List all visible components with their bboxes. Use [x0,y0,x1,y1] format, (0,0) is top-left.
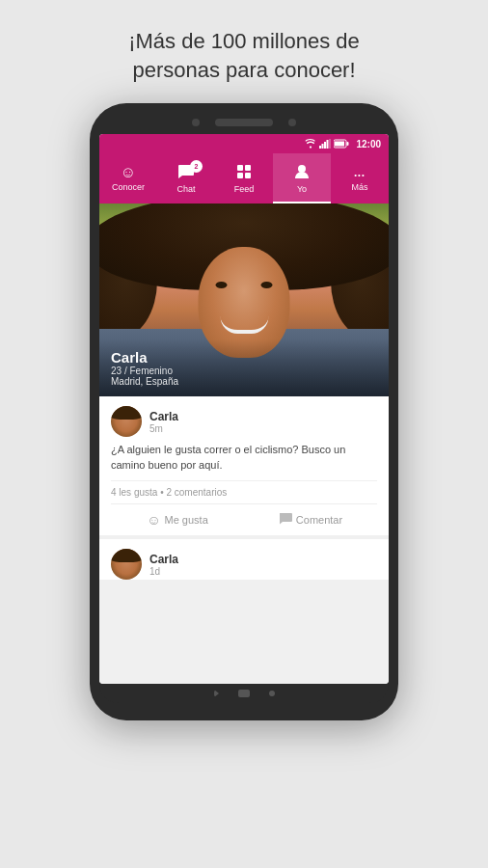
svg-rect-11 [245,173,251,178]
svg-rect-2 [324,142,326,149]
tagline-line1: ¡Más de 100 millones de [128,29,360,53]
phone-device: 12:00 Conocer 2 Chat [90,103,398,720]
post-card-1: Carla 5m ¿A alguien le gusta correr o el… [99,396,389,535]
feed-icon [236,164,252,182]
avatar-hair-2 [111,549,142,562]
camera-dot-2 [288,119,296,126]
profile-name: Carla [111,349,377,366]
comment-icon-1 [279,512,292,528]
battery-icon [334,139,349,149]
svg-rect-10 [237,173,243,178]
yo-icon [294,164,310,182]
tagline: ¡Más de 100 millones de personas para co… [90,0,398,103]
speaker-grill [215,119,273,126]
post-author-info-2: Carla 1d [149,553,178,577]
svg-rect-7 [347,142,349,146]
eye-right [261,282,273,288]
chat-badge: 2 [190,160,203,173]
post-author-info-1: Carla 5m [149,410,178,434]
eye-left [216,282,228,288]
tab-mas[interactable]: Más [331,153,389,203]
tagline-line2: personas para conocer! [132,58,355,82]
tab-conocer-label: Conocer [112,182,145,192]
post-author-name-2: Carla [149,553,178,566]
svg-rect-0 [319,146,321,149]
like-label-1: Me gusta [165,514,208,526]
home-button[interactable] [238,690,250,697]
tab-mas-label: Más [351,182,367,192]
post-stats-1: 4 les gusta • 2 comentarios [111,480,377,503]
svg-rect-6 [335,142,344,147]
comment-label-1: Comentar [296,514,342,526]
nav-tabs: Conocer 2 Chat [99,153,389,203]
post-actions-1: ☺ Me gusta Comentar [111,503,377,535]
phone-bottom-bar [99,684,389,703]
conocer-icon [121,165,136,180]
svg-rect-9 [245,165,251,171]
smile [220,316,268,334]
avatar-hair-1 [111,406,142,420]
svg-rect-4 [329,139,331,149]
status-time: 12:00 [356,139,381,149]
mas-icon [354,165,365,180]
camera-dot [192,119,200,126]
tab-conocer[interactable]: Conocer [99,153,157,203]
post-avatar-2 [111,549,142,580]
back-button[interactable] [214,690,219,697]
like-button-1[interactable]: ☺ Me gusta [111,504,244,535]
svg-rect-3 [327,140,329,149]
status-icons: 12:00 [305,139,381,149]
post-author-name-1: Carla [149,410,178,423]
post-header-2: Carla 1d [111,549,377,580]
post-text-1: ¿A alguien le gusta correr o el ciclismo… [111,443,377,473]
profile-age-gender: 23 / Femenino [111,366,377,376]
svg-rect-1 [322,144,324,149]
post-time-1: 5m [149,423,178,434]
comment-button-1[interactable]: Comentar [244,504,377,535]
post-time-2: 1d [149,566,178,577]
phone-screen: 12:00 Conocer 2 Chat [99,134,389,684]
status-bar: 12:00 [99,134,389,153]
profile-overlay: Carla 23 / Femenino Madrid, España [99,339,389,396]
post-card-2: Carla 1d [99,539,389,580]
tab-feed[interactable]: Feed [215,153,273,203]
post-avatar-1 [111,406,142,437]
chat-icon: 2 [177,164,195,182]
post-comments-1: 2 comentarios [166,487,227,498]
tab-chat[interactable]: 2 Chat [157,153,215,203]
post-likes-1: 4 les gusta [111,487,157,498]
svg-rect-8 [237,165,243,171]
tab-yo[interactable]: Yo [273,153,331,203]
signal-icon [319,139,331,149]
wifi-icon [305,139,316,149]
tab-yo-label: Yo [297,184,307,194]
phone-top-bar [99,113,389,134]
recents-button[interactable] [269,691,275,696]
tab-chat-label: Chat [176,184,195,194]
profile-hero: Carla 23 / Femenino Madrid, España [99,203,389,396]
post-header-1: Carla 5m [111,406,377,437]
tab-feed-label: Feed [234,184,255,194]
profile-location: Madrid, España [111,376,377,387]
svg-point-12 [298,165,306,173]
like-icon-1: ☺ [147,512,160,528]
feed-content: Carla 5m ¿A alguien le gusta correr o el… [99,396,389,684]
